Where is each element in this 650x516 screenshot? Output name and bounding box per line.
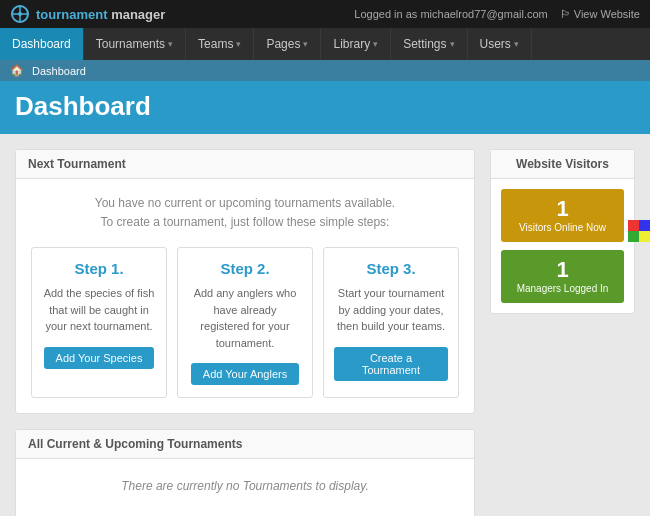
logo-manager-word: manager bbox=[111, 7, 165, 22]
logo-icon bbox=[10, 4, 30, 24]
logo-text: tournament manager bbox=[36, 7, 165, 22]
corner-cell-blue bbox=[639, 220, 650, 231]
add-species-button[interactable]: Add Your Species bbox=[44, 347, 155, 369]
step-2-box: Step 2. Add any anglers who have already… bbox=[177, 247, 313, 398]
visitors-header: Website Visitors bbox=[491, 150, 634, 179]
topbar-right: Logged in as michaelrod77@gmail.com 🏳 Vi… bbox=[354, 8, 640, 20]
all-tournaments-card: All Current & Upcoming Tournaments There… bbox=[15, 429, 475, 516]
no-tournament-message: You have no current or upcoming tourname… bbox=[31, 194, 459, 232]
flag-icon: 🏳 bbox=[560, 8, 571, 20]
step-2-title: Step 2. bbox=[188, 260, 302, 277]
visitors-online-stat: 1 Visitors Online Now bbox=[501, 189, 624, 242]
main-content: Next Tournament You have no current or u… bbox=[0, 134, 650, 516]
right-column: Website Visitors 1 Visitors Online Now 1… bbox=[490, 149, 635, 314]
step-3-title: Step 3. bbox=[334, 260, 448, 277]
all-tournaments-header: All Current & Upcoming Tournaments bbox=[16, 430, 474, 459]
next-tournament-body: You have no current or upcoming tourname… bbox=[16, 179, 474, 413]
nav-item-settings[interactable]: Settings ▾ bbox=[391, 28, 467, 60]
create-tournament-button[interactable]: Create a Tournament bbox=[334, 347, 448, 381]
visitors-card: Website Visitors 1 Visitors Online Now 1… bbox=[490, 149, 635, 314]
next-tournament-card: Next Tournament You have no current or u… bbox=[15, 149, 475, 414]
page-title-bar: Dashboard bbox=[0, 81, 650, 134]
left-column: Next Tournament You have no current or u… bbox=[15, 149, 475, 516]
nav-item-teams[interactable]: Teams ▾ bbox=[186, 28, 254, 60]
nav-item-tournaments[interactable]: Tournaments ▾ bbox=[84, 28, 186, 60]
step-1-box: Step 1. Add the species of fish that wil… bbox=[31, 247, 167, 398]
chevron-down-icon: ▾ bbox=[373, 39, 378, 49]
step-2-desc: Add any anglers who have already registe… bbox=[188, 285, 302, 351]
logged-in-text: Logged in as michaelrod77@gmail.com bbox=[354, 8, 547, 20]
corner-cell-yellow bbox=[639, 231, 650, 242]
view-website-link[interactable]: 🏳 View Website bbox=[560, 8, 640, 20]
corner-cell-red bbox=[628, 220, 639, 231]
logo-area: tournament manager bbox=[10, 4, 165, 24]
next-tournament-header: Next Tournament bbox=[16, 150, 474, 179]
breadcrumb: 🏠 Dashboard bbox=[0, 60, 650, 81]
chevron-down-icon: ▾ bbox=[236, 39, 241, 49]
corner-icon bbox=[628, 220, 650, 242]
logo-tournament: tournament bbox=[36, 7, 108, 22]
navbar: Dashboard Tournaments ▾ Teams ▾ Pages ▾ … bbox=[0, 28, 650, 60]
home-icon: 🏠 bbox=[10, 64, 24, 77]
chevron-down-icon: ▾ bbox=[514, 39, 519, 49]
chevron-down-icon: ▾ bbox=[450, 39, 455, 49]
nav-item-library[interactable]: Library ▾ bbox=[321, 28, 391, 60]
chevron-down-icon: ▾ bbox=[303, 39, 308, 49]
step-3-desc: Start your tournament by adding your dat… bbox=[334, 285, 448, 335]
svg-point-3 bbox=[18, 12, 22, 16]
nav-item-dashboard[interactable]: Dashboard bbox=[0, 28, 84, 60]
nav-item-pages[interactable]: Pages ▾ bbox=[254, 28, 321, 60]
chevron-down-icon: ▾ bbox=[168, 39, 173, 49]
step-3-box: Step 3. Start your tournament by adding … bbox=[323, 247, 459, 398]
managers-logged-in-stat: 1 Managers Logged In bbox=[501, 250, 624, 303]
all-tournaments-body: There are currently no Tournaments to di… bbox=[16, 459, 474, 516]
content-area: Next Tournament You have no current or u… bbox=[0, 134, 650, 516]
add-anglers-button[interactable]: Add Your Anglers bbox=[191, 363, 299, 385]
nav-item-users[interactable]: Users ▾ bbox=[468, 28, 532, 60]
topbar: tournament manager Logged in as michaelr… bbox=[0, 0, 650, 28]
corner-cell-green bbox=[628, 231, 639, 242]
steps-container: Step 1. Add the species of fish that wil… bbox=[31, 247, 459, 398]
step-1-title: Step 1. bbox=[42, 260, 156, 277]
page-title: Dashboard bbox=[15, 91, 635, 122]
breadcrumb-current: Dashboard bbox=[32, 65, 86, 77]
step-1-desc: Add the species of fish that will be cau… bbox=[42, 285, 156, 335]
visitors-body: 1 Visitors Online Now 1 Managers Logged … bbox=[491, 179, 634, 313]
